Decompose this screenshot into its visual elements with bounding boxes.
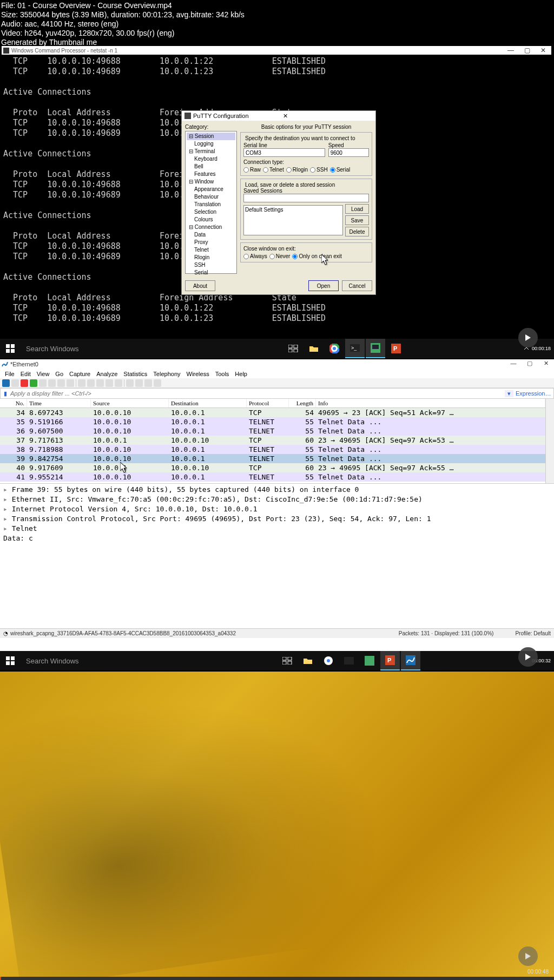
maximize-button[interactable]: ▢	[519, 47, 535, 55]
filter-input[interactable]	[10, 390, 505, 397]
minimize-button[interactable]: —	[503, 47, 519, 55]
menu-item[interactable]: Wireless	[184, 371, 212, 377]
taskbar-search[interactable]: Search Windows	[21, 339, 167, 358]
close-opt-radio[interactable]: Never	[269, 253, 291, 259]
video-progress-bar[interactable]	[0, 977, 554, 980]
expression-button[interactable]: Expression…	[513, 390, 553, 397]
tree-node[interactable]: Translation	[187, 201, 235, 208]
packet-row[interactable]: 369.60750010.0.0.1010.0.0.1TELNET55Telne…	[0, 426, 545, 436]
powerpoint-icon[interactable]: P	[380, 651, 400, 670]
wireshark-titlebar[interactable]: *Ethernet0 — ▢ ✕	[0, 359, 554, 369]
minimize-button[interactable]: —	[505, 360, 522, 369]
menu-item[interactable]: Tools	[213, 371, 232, 377]
video-play-badge[interactable]	[518, 647, 538, 667]
tree-node[interactable]: Serial	[187, 269, 235, 277]
file-explorer-icon[interactable]	[304, 339, 324, 358]
detail-line[interactable]: ▸ Frame 39: 55 bytes on wire (440 bits),…	[3, 485, 551, 495]
serial-line-input[interactable]	[243, 148, 325, 157]
video-play-badge[interactable]	[518, 328, 538, 347]
session-name-input[interactable]	[243, 194, 369, 202]
toolbar-icon[interactable]	[21, 379, 28, 387]
detail-line[interactable]: ▸ Internet Protocol Version 4, Src: 10.0…	[3, 504, 551, 514]
chrome-icon[interactable]	[319, 651, 338, 670]
close-button[interactable]: ✕	[538, 360, 554, 369]
toolbar-icon[interactable]	[11, 379, 19, 387]
menu-item[interactable]: Telephony	[150, 371, 183, 377]
file-explorer-icon[interactable]	[298, 651, 318, 670]
tree-node[interactable]: Telnet	[187, 246, 235, 254]
tree-node[interactable]: Rlogin	[187, 254, 235, 261]
toolbar-icon[interactable]	[105, 379, 113, 387]
tree-node[interactable]: ⊟ Session	[187, 133, 235, 140]
tree-node[interactable]: Proxy	[187, 239, 235, 246]
toolbar-icon[interactable]	[78, 379, 85, 387]
tree-node[interactable]: Keyboard	[187, 155, 235, 163]
menu-item[interactable]: Statistics	[121, 371, 150, 377]
tree-node[interactable]: Behaviour	[187, 193, 235, 201]
putty-taskbar-icon[interactable]	[366, 339, 385, 358]
detail-line[interactable]: Data: c	[3, 534, 551, 543]
column-header[interactable]: Info	[316, 399, 545, 407]
tree-node[interactable]: Logging	[187, 140, 235, 148]
column-header[interactable]: Time	[27, 399, 91, 407]
menu-item[interactable]: Capture	[67, 371, 93, 377]
task-view-icon[interactable]	[283, 339, 303, 358]
close-icon[interactable]: ✕	[283, 113, 373, 120]
tree-node[interactable]: Selection	[187, 208, 235, 216]
toolbar-icon[interactable]	[135, 379, 143, 387]
toolbar-icon[interactable]	[126, 379, 134, 387]
toolbar-icon[interactable]	[87, 379, 95, 387]
cmd-taskbar-icon[interactable]: >_	[345, 339, 365, 358]
packet-row[interactable]: 419.95521410.0.0.1010.0.0.1TELNET55Telne…	[0, 472, 545, 482]
packet-row[interactable]: 409.91760910.0.0.110.0.0.10TCP6023 → 496…	[0, 463, 545, 472]
chrome-icon[interactable]	[325, 339, 344, 358]
tree-node[interactable]: ⊟ Terminal	[187, 148, 235, 155]
video-play-badge[interactable]	[518, 946, 538, 966]
packet-row[interactable]: 399.84275410.0.0.1010.0.0.1TELNET55Telne…	[0, 454, 545, 463]
speed-input[interactable]	[328, 148, 369, 157]
detail-line[interactable]: ▸ Telnet	[3, 524, 551, 534]
detail-line[interactable]: ▸ Ethernet II, Src: Vmware_fc:70:a5 (00:…	[3, 495, 551, 504]
tree-node[interactable]: ⊟ Connection	[187, 223, 235, 231]
toolbar-icon[interactable]	[39, 379, 47, 387]
packet-row[interactable]: 348.69724310.0.0.1010.0.0.1TCP5449695 → …	[0, 408, 545, 417]
toolbar-icon[interactable]	[96, 379, 104, 387]
filter-bookmark-icon[interactable]: ▾	[505, 390, 513, 397]
cancel-button[interactable]: Cancel	[342, 280, 372, 291]
putty-taskbar-icon[interactable]	[360, 651, 379, 670]
column-header[interactable]: No.	[0, 399, 27, 407]
tree-node[interactable]: SSH	[187, 261, 235, 269]
tree-node[interactable]: Appearance	[187, 186, 235, 193]
delete-button[interactable]: Delete	[345, 227, 369, 236]
toolbar-icon[interactable]	[67, 379, 74, 387]
column-header[interactable]: Length	[289, 399, 316, 407]
conn-type-radio[interactable]: SSH	[310, 167, 328, 173]
close-button[interactable]: ✕	[535, 47, 551, 55]
conn-type-radio[interactable]: Rlogin	[286, 167, 308, 173]
column-header[interactable]: Protocol	[247, 399, 289, 407]
status-profile[interactable]: Profile: Default	[515, 630, 551, 636]
packet-row[interactable]: 389.71898810.0.0.1010.0.0.1TELNET55Telne…	[0, 445, 545, 454]
category-tree[interactable]: ⊟ SessionLogging⊟ TerminalKeyboardBellFe…	[185, 131, 237, 274]
conn-type-radio[interactable]: Raw	[243, 167, 261, 173]
start-button[interactable]	[0, 339, 21, 358]
column-header[interactable]: Source	[91, 399, 169, 407]
tree-node[interactable]: Colours	[187, 216, 235, 223]
load-button[interactable]: Load	[345, 204, 369, 214]
menu-item[interactable]: Analyze	[94, 371, 120, 377]
filter-icon[interactable]: ▮	[1, 389, 10, 398]
menu-item[interactable]: View	[34, 371, 52, 377]
conn-type-radio[interactable]: Serial	[330, 167, 351, 173]
conn-type-radio[interactable]: Telnet	[263, 167, 284, 173]
dialog-titlebar[interactable]: PuTTY Configuration ✕	[182, 111, 375, 121]
close-opt-radio[interactable]: Only on clean exit	[292, 253, 342, 259]
tree-node[interactable]: Data	[187, 231, 235, 239]
start-button[interactable]	[0, 651, 21, 670]
toolbar-icon[interactable]	[57, 379, 65, 387]
sessions-list[interactable]: Default Settings	[243, 205, 343, 235]
packet-row[interactable]: 359.51916610.0.0.1010.0.0.1TELNET55Telne…	[0, 417, 545, 426]
wireshark-taskbar-icon[interactable]	[401, 651, 420, 670]
packet-row[interactable]: 379.71761310.0.0.110.0.0.10TCP6023 → 496…	[0, 436, 545, 445]
open-button[interactable]: Open	[308, 280, 339, 291]
toolbar-icon[interactable]	[144, 379, 152, 387]
